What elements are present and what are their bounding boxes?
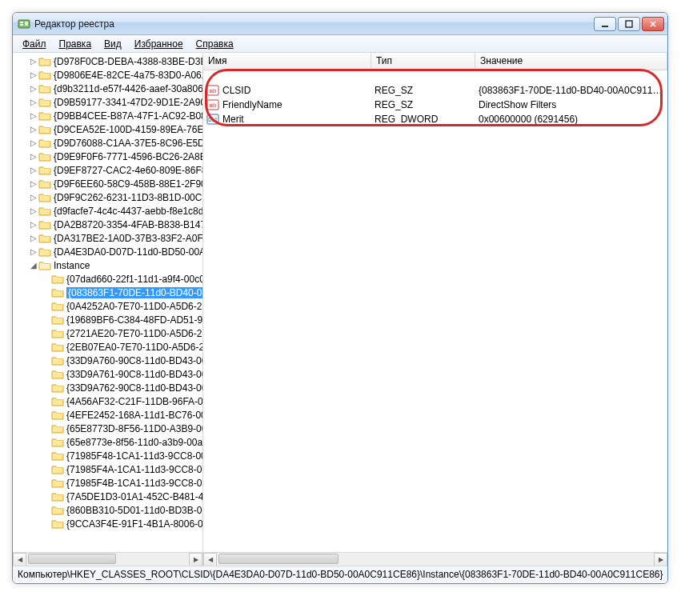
- titlebar[interactable]: Редактор реестра: [13, 13, 667, 35]
- tree-item[interactable]: ▷{D9806E4E-82CE-4a75-83D0-A062EC6053: [14, 68, 202, 82]
- value-row[interactable]: 011MeritREG_DWORD0x00600000 (6291456): [203, 112, 667, 126]
- expand-icon[interactable]: ▷: [29, 70, 38, 79]
- expand-icon[interactable]: ◢: [29, 261, 38, 270]
- list-header[interactable]: Имя Тип Значение: [203, 53, 667, 70]
- tree-item[interactable]: {33D9A762-90C8-11d0-BD43-00A: [14, 381, 202, 394]
- tree-item[interactable]: {860BB310-5D01-11d0-BD3B-00A: [14, 503, 202, 517]
- folder-icon: [38, 233, 51, 244]
- tree-item[interactable]: {71985F4B-1CA1-11d3-9CC8-00C: [14, 476, 202, 490]
- expand-icon[interactable]: ▷: [29, 220, 38, 229]
- tree-item-label: {7A5DE1D3-01A1-452C-B481-4FA: [66, 491, 202, 502]
- tree-item-selected[interactable]: {083863F1-70DE-11d0-BD40-00A0: [14, 286, 202, 299]
- scroll-thumb[interactable]: [28, 554, 116, 564]
- expand-icon[interactable]: ▷: [29, 111, 38, 120]
- column-value[interactable]: Значение: [475, 53, 667, 70]
- menubar: Файл Правка Вид Избранное Справка: [13, 35, 667, 53]
- menu-file[interactable]: Файл: [16, 37, 53, 51]
- tree-item[interactable]: ◢Instance: [14, 258, 202, 272]
- expand-icon[interactable]: ▷: [29, 166, 38, 174]
- tree-item[interactable]: {2721AE20-7E70-11D0-A5D6-28DE: [14, 326, 202, 340]
- column-name[interactable]: Имя: [203, 53, 371, 70]
- expand-icon[interactable]: ▷: [29, 247, 38, 256]
- tree-item[interactable]: {0A4252A0-7E70-11D0-A5D6-28D: [14, 299, 202, 313]
- expand-icon[interactable]: ▷: [29, 98, 38, 106]
- tree-item[interactable]: {65E8773D-8F56-11D0-A3B9-00A: [14, 422, 202, 435]
- expand-icon[interactable]: ▷: [29, 179, 38, 188]
- svg-text:ab: ab: [210, 87, 217, 94]
- tree-item[interactable]: {65e8773e-8f56-11d0-a3b9-00a0c5: [14, 435, 202, 449]
- list-pane: Имя Тип Значение REG_SZ abCLSIDREG_SZ{08…: [203, 53, 667, 566]
- scroll-right-button[interactable]: ▶: [189, 553, 202, 566]
- scroll-right-button[interactable]: ▶: [654, 553, 667, 566]
- expand-icon[interactable]: ▷: [29, 84, 38, 93]
- scroll-left-button[interactable]: ◀: [13, 553, 26, 566]
- folder-icon: [51, 478, 64, 489]
- column-type[interactable]: Тип: [371, 53, 475, 70]
- menu-favorites[interactable]: Избранное: [128, 37, 190, 51]
- tree-item[interactable]: ▷{D9EF8727-CAC2-4e60-809E-86F80A666C: [14, 163, 202, 177]
- tree-item-label: {860BB310-5D01-11d0-BD3B-00A: [66, 505, 202, 516]
- tree-item-label: {D9EF8727-CAC2-4e60-809E-86F80A666C: [54, 165, 202, 176]
- expand-icon[interactable]: ▷: [29, 234, 38, 242]
- window-controls: [594, 17, 664, 31]
- tree-item[interactable]: {2EB07EA0-7E70-11D0-A5D6-28DE: [14, 340, 202, 354]
- expand-icon[interactable]: ▷: [29, 57, 38, 66]
- scroll-track[interactable]: [26, 553, 189, 566]
- close-button[interactable]: [642, 17, 664, 31]
- tree-item[interactable]: ▷{d9facfe7-4c4c-4437-aebb-f8e1c8dbc1b5: [14, 204, 202, 218]
- tree-item[interactable]: {33D9A761-90C8-11d0-BD43-00A: [14, 367, 202, 381]
- expand-icon[interactable]: ▷: [29, 152, 38, 161]
- tree-item[interactable]: ▷{DA4E3DA0-D07D-11d0-BD50-00A0C911: [14, 245, 202, 258]
- tree-item[interactable]: ▷{d9b3211d-e57f-4426-aaef-30a806add397: [14, 82, 202, 95]
- expand-icon[interactable]: ▷: [29, 138, 38, 147]
- tree-item[interactable]: ▷{D9BB4CEE-B87A-47F1-AC92-B08D9C781: [14, 109, 202, 122]
- folder-icon: [38, 56, 51, 67]
- tree-list[interactable]: ▷{D978F0CB-DEBA-4388-83BE-D3E106E02A▷{D9…: [13, 53, 202, 552]
- expand-icon[interactable]: ▷: [29, 125, 38, 134]
- tree-item-label: {D9806E4E-82CE-4a75-83D0-A062EC6053: [54, 70, 202, 81]
- tree-item[interactable]: ▷{DA2B8720-3354-4FAB-B838-B1472667C: [14, 218, 202, 231]
- tree-item[interactable]: {33D9A760-90C8-11d0-BD43-00A: [14, 354, 202, 367]
- tree-item[interactable]: ▷{D978F0CB-DEBA-4388-83BE-D3E106E02A: [14, 54, 202, 68]
- value-row[interactable]: abCLSIDREG_SZ{083863F1-70DE-11d0-BD40-00…: [203, 83, 667, 98]
- tree-item[interactable]: ▷{D9E9F0F6-7771-4596-BC26-2A8BE222CB: [14, 150, 202, 163]
- svg-rect-3: [25, 22, 28, 26]
- minimize-button[interactable]: [594, 17, 616, 31]
- tree-item-label: {D9BB4CEE-B87A-47F1-AC92-B08D9C781: [54, 110, 202, 122]
- value-row[interactable]: abFriendlyNameREG_SZDirectShow Filters: [203, 98, 667, 112]
- string-icon: ab: [206, 98, 219, 111]
- expand-icon[interactable]: ▷: [29, 193, 38, 202]
- list-hscroll[interactable]: ◀ ▶: [203, 552, 667, 566]
- tree-item[interactable]: {9CCA3F4E-91F1-4B1A-8006-0F49: [14, 517, 202, 530]
- window-title: Редактор реестра: [34, 18, 594, 30]
- tree-item[interactable]: ▷{D9CEA52E-100D-4159-89EA-76E845BC13: [14, 122, 202, 136]
- tree-item[interactable]: ▷{D9D76088-C1AA-37E5-8C96-E5DEC7B32: [14, 136, 202, 150]
- tree-item[interactable]: {4A56AF32-C21F-11DB-96FA-0050: [14, 394, 202, 408]
- tree-item[interactable]: {71985F4A-1CA1-11d3-9CC8-00C: [14, 462, 202, 476]
- folder-icon: [38, 124, 51, 135]
- tree-item[interactable]: ▷{D9B59177-3341-47D2-9D1E-2A908699B78: [14, 95, 202, 109]
- folder-icon: [38, 219, 51, 230]
- value-type: REG_DWORD: [375, 114, 479, 125]
- menu-view[interactable]: Вид: [98, 37, 128, 51]
- tree-item[interactable]: ▷{D9F9C262-6231-11D3-8B1D-00C04FB6B: [14, 190, 202, 204]
- list-body[interactable]: REG_SZ abCLSIDREG_SZ{083863F1-70DE-11d0-…: [203, 70, 667, 552]
- tree-item[interactable]: {07dad660-22f1-11d1-a9f4-00c04f: [14, 272, 202, 286]
- tree-item[interactable]: ▷{DA317BE2-1A0D-37B3-83F2-A0F32787FC: [14, 231, 202, 245]
- maximize-button[interactable]: [618, 17, 640, 31]
- tree-item[interactable]: {4EFE2452-168A-11d1-BC76-00c: [14, 408, 202, 422]
- menu-edit[interactable]: Правка: [53, 37, 98, 51]
- tree-item-label: {D9F9C262-6231-11D3-8B1D-00C04FB6B: [54, 192, 202, 203]
- menu-help[interactable]: Справка: [190, 37, 240, 51]
- scroll-left-button[interactable]: ◀: [203, 553, 217, 566]
- tree-item[interactable]: {7A5DE1D3-01A1-452C-B481-4FA: [14, 490, 202, 503]
- folder-icon: [38, 110, 51, 122]
- folder-icon: [51, 328, 64, 339]
- tree-item[interactable]: {19689BF6-C384-48FD-AD51-90E5: [14, 313, 202, 326]
- scroll-track[interactable]: [217, 553, 654, 566]
- tree-item[interactable]: {71985F48-1CA1-11d3-9CC8-00C: [14, 449, 202, 462]
- expand-icon[interactable]: ▷: [29, 206, 38, 215]
- tree-hscroll[interactable]: ◀ ▶: [13, 552, 202, 566]
- tree-item[interactable]: ▷{D9F6EE60-58C9-458B-88E1-2F908FD7F87: [14, 177, 202, 190]
- scroll-thumb[interactable]: [218, 554, 338, 564]
